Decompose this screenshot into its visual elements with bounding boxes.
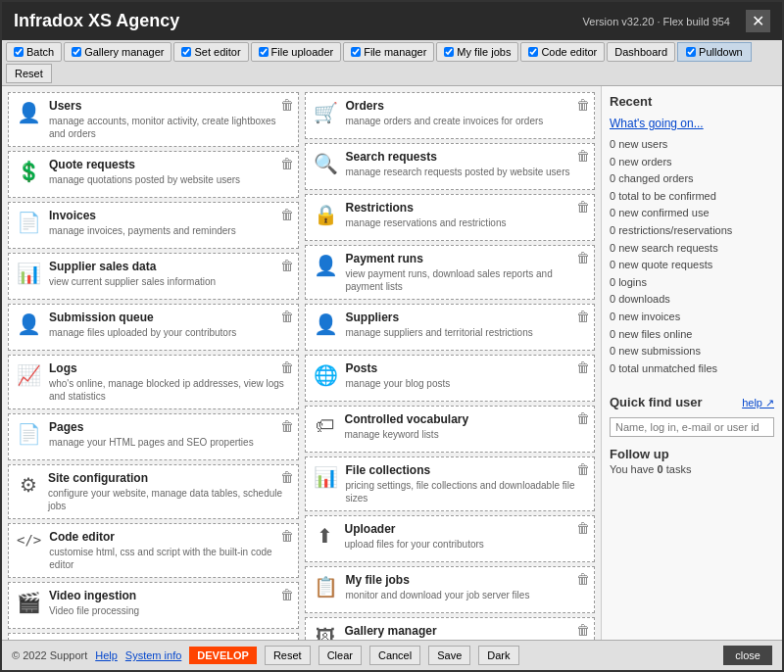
code-editor-delete-icon[interactable]: 🗑 (280, 528, 294, 544)
grid-item-orders[interactable]: 🛒 Orders manage orders and create invoic… (305, 92, 596, 139)
suppliers-title: Suppliers (346, 311, 587, 324)
footer-help[interactable]: Help (95, 649, 118, 661)
tab-file-manager[interactable]: File manager (343, 42, 434, 62)
stat-downloads: 0 downloads (610, 291, 774, 309)
tab-file-uploader-checkbox[interactable] (259, 47, 269, 57)
follow-up-title: Follow up (610, 447, 774, 461)
pulldown-checkbox[interactable] (686, 47, 696, 57)
grid-item-controlled-vocabulary[interactable]: 🏷 Controlled vocabulary manage keyword l… (305, 406, 596, 453)
posts-delete-icon[interactable]: 🗑 (576, 360, 590, 375)
payment-runs-delete-icon[interactable]: 🗑 (576, 250, 590, 265)
users-title: Users (49, 99, 290, 113)
content-area: 👤 Users manage accounts, monitor activit… (2, 86, 782, 640)
develop-button[interactable]: DEVELOP (189, 647, 257, 664)
grid-item-file-manager[interactable]: 📁 File manager Manage website assets 🗑 (8, 633, 299, 640)
tab-set-editor[interactable]: Set editor (173, 42, 248, 62)
invoices-delete-icon[interactable]: 🗑 (280, 207, 294, 222)
quick-find-input[interactable] (610, 417, 774, 437)
tab-batch-checkbox[interactable] (14, 47, 24, 57)
grid-item-supplier-sales-data[interactable]: 📊 Supplier sales data view current suppl… (8, 253, 299, 300)
help-link[interactable]: help ↗ (742, 397, 774, 409)
tab-set-editor-label: Set editor (194, 46, 240, 58)
stat-unmatched-files: 0 total unmatched files (610, 360, 774, 378)
restrictions-delete-icon[interactable]: 🗑 (576, 199, 590, 215)
footer-system-info[interactable]: System info (125, 649, 181, 661)
gallery-manager-delete-icon[interactable]: 🗑 (576, 622, 590, 638)
file-collections-title: File collections (346, 463, 587, 477)
logs-title: Logs (49, 361, 290, 375)
tab-my-file-jobs-label: My file jobs (457, 46, 511, 58)
site-config-desc: configure your website, manage data tabl… (48, 487, 290, 512)
grid-item-search-requests[interactable]: 🔍 Search requests manage research reques… (305, 143, 596, 190)
grid-item-quote-requests[interactable]: 💲 Quote requests manage quotations poste… (8, 151, 299, 198)
close-bottom-button[interactable]: close (723, 646, 772, 665)
reset-tab-button[interactable]: Reset (6, 64, 52, 83)
my-file-jobs-delete-icon[interactable]: 🗑 (576, 571, 590, 587)
cancel-button[interactable]: Cancel (369, 646, 420, 665)
tab-my-file-jobs[interactable]: My file jobs (436, 42, 518, 62)
file-collections-delete-icon[interactable]: 🗑 (576, 461, 590, 477)
pages-icon: 📄 (17, 422, 41, 446)
grid-item-submission-queue[interactable]: 👤 Submission queue manage files uploaded… (8, 304, 299, 351)
tab-gallery-manager-checkbox[interactable] (72, 47, 81, 57)
save-button[interactable]: Save (428, 646, 470, 665)
tab-set-editor-checkbox[interactable] (181, 47, 191, 57)
grid-item-site-config[interactable]: ⚙ Site configuration configure your webs… (8, 464, 299, 519)
controlled-vocab-icon: 🏷 (314, 414, 337, 437)
invoices-icon: 📄 (17, 211, 41, 234)
whats-going-on-link[interactable]: What's going on... (610, 117, 774, 130)
grid-item-code-editor[interactable]: </> Code editor customise html, css and … (8, 523, 299, 578)
tab-code-editor-checkbox[interactable] (528, 47, 538, 57)
dark-button[interactable]: Dark (478, 646, 518, 665)
reset-button[interactable]: Reset (265, 646, 311, 665)
grid-item-file-collections[interactable]: 📊 File collections pricing settings, fil… (305, 456, 596, 511)
tab-code-editor[interactable]: Code editor (520, 42, 605, 62)
pulldown-button[interactable]: Pulldown (677, 42, 752, 62)
tab-batch[interactable]: Batch (6, 42, 62, 62)
grid-item-uploader[interactable]: ⬆ Uploader upload files for your contrib… (305, 515, 596, 562)
quote-requests-desc: manage quotations posted by website user… (49, 173, 290, 186)
controlled-vocab-title: Controlled vocabulary (345, 412, 587, 426)
orders-delete-icon[interactable]: 🗑 (576, 97, 590, 113)
grid-item-my-file-jobs[interactable]: 📋 My file jobs monitor and download your… (305, 566, 596, 613)
grid-item-invoices[interactable]: 📄 Invoices manage invoices, payments and… (8, 202, 299, 249)
tab-my-file-jobs-checkbox[interactable] (444, 47, 454, 57)
uploader-delete-icon[interactable]: 🗑 (576, 520, 590, 536)
controlled-vocab-delete-icon[interactable]: 🗑 (576, 410, 590, 426)
video-ingestion-delete-icon[interactable]: 🗑 (280, 587, 294, 602)
stat-new-quote-requests: 0 new quote requests (610, 257, 774, 274)
grid-item-restrictions[interactable]: 🔒 Restrictions manage reservations and r… (305, 194, 596, 241)
grid-item-posts[interactable]: 🌐 Posts manage your blog posts 🗑 (305, 355, 596, 402)
pages-desc: manage your HTML pages and SEO propertie… (49, 436, 290, 449)
modal-close-button[interactable]: ✕ (746, 10, 770, 32)
grid-item-pages[interactable]: 📄 Pages manage your HTML pages and SEO p… (8, 413, 299, 460)
pages-delete-icon[interactable]: 🗑 (280, 418, 294, 434)
site-config-delete-icon[interactable]: 🗑 (280, 469, 294, 485)
follow-up-section: Follow up You have 0 tasks (610, 447, 774, 475)
submission-queue-delete-icon[interactable]: 🗑 (280, 309, 294, 324)
logs-delete-icon[interactable]: 🗑 (280, 360, 294, 375)
posts-desc: manage your blog posts (346, 377, 587, 390)
grid-item-video-ingestion[interactable]: 🎬 Video ingestion Video file processing … (8, 582, 299, 629)
supplier-sales-delete-icon[interactable]: 🗑 (280, 258, 294, 273)
tab-file-uploader-label: File uploader (271, 46, 334, 58)
search-requests-delete-icon[interactable]: 🗑 (576, 148, 590, 164)
stat-new-submissions: 0 new submissions (610, 343, 774, 360)
footer: © 2022 Support Help System info DEVELOP … (2, 640, 782, 670)
clear-button[interactable]: Clear (318, 646, 362, 665)
users-delete-icon[interactable]: 🗑 (280, 97, 294, 113)
grid-item-payment-runs[interactable]: 👤 Payment runs view payment runs, downlo… (305, 245, 596, 300)
grid-item-gallery-manager[interactable]: 🖼 Gallery manager Manage galleries and s… (305, 617, 596, 640)
grid-item-users[interactable]: 👤 Users manage accounts, monitor activit… (8, 92, 299, 147)
suppliers-delete-icon[interactable]: 🗑 (576, 309, 590, 324)
tab-file-uploader[interactable]: File uploader (251, 42, 342, 62)
quote-requests-delete-icon[interactable]: 🗑 (280, 156, 294, 171)
quote-requests-icon: 💲 (17, 160, 41, 183)
tab-dashboard[interactable]: Dashboard (607, 42, 675, 62)
modal-header: Infradox XS Agency Version v32.20 · Flex… (2, 2, 782, 40)
tab-file-manager-checkbox[interactable] (351, 47, 361, 57)
file-manager-delete-icon[interactable]: 🗑 (280, 638, 294, 640)
grid-item-suppliers[interactable]: 👤 Suppliers manage suppliers and territo… (305, 304, 596, 351)
tab-gallery-manager[interactable]: Gallery manager (64, 42, 172, 62)
grid-item-logs[interactable]: 📈 Logs who's online, manage blocked ip a… (8, 355, 299, 409)
